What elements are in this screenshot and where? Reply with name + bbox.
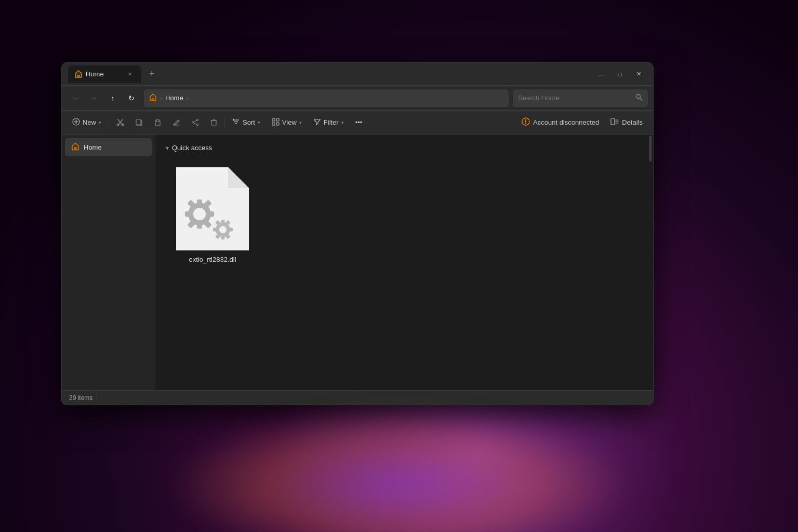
file-name: extio_rtl2832.dll	[189, 256, 236, 263]
filter-icon	[313, 118, 321, 127]
home-tab-icon	[74, 70, 83, 78]
home-sidebar-icon	[71, 142, 79, 152]
account-disconnected-button[interactable]: Account disconnected	[516, 114, 604, 131]
view-label: View	[282, 118, 297, 126]
file-grid: extio_rtl2832.dll	[164, 161, 640, 269]
refresh-icon: ↻	[128, 94, 135, 102]
sort-label: Sort	[243, 118, 255, 126]
new-button[interactable]: New ▾	[67, 114, 107, 131]
search-input[interactable]	[518, 94, 632, 102]
svg-rect-1	[77, 75, 80, 77]
sidebar-item-home[interactable]: Home	[65, 138, 152, 156]
svg-rect-60	[213, 228, 217, 232]
sidebar-home-label: Home	[84, 143, 102, 151]
address-bar[interactable]: › Home ›	[144, 89, 509, 107]
cut-button[interactable]	[111, 114, 129, 131]
view-button[interactable]: View ▾	[267, 114, 307, 131]
main-area: Home ▾ Quick access	[62, 135, 653, 390]
account-label: Account disconnected	[533, 118, 599, 126]
scrollbar-thumb[interactable]	[649, 136, 651, 162]
filter-button[interactable]: Filter ▾	[308, 114, 349, 131]
tab-label: Home	[86, 70, 104, 78]
status-bar: 29 items	[62, 390, 653, 405]
scrollbar-track[interactable]	[648, 135, 653, 390]
file-item-dll[interactable]: extio_rtl2832.dll	[166, 161, 259, 269]
svg-rect-41	[74, 147, 77, 150]
filter-label: Filter	[324, 118, 339, 126]
section-chevron-icon[interactable]: ▾	[166, 144, 169, 152]
maximize-button[interactable]: □	[611, 68, 628, 81]
details-button[interactable]: Details	[605, 114, 648, 131]
refresh-button[interactable]: ↻	[123, 90, 140, 107]
more-button[interactable]: •••	[350, 114, 368, 131]
delete-button[interactable]	[205, 114, 222, 131]
tab-close-button[interactable]: ×	[125, 70, 135, 79]
rename-button[interactable]	[167, 114, 185, 131]
svg-rect-2	[152, 98, 155, 100]
svg-point-18	[196, 124, 198, 126]
new-tab-button[interactable]: +	[145, 69, 159, 79]
file-explorer-window: Home × + — □ ✕ ← → ↑ ↻ › Home	[61, 62, 654, 405]
address-separator-2: ›	[187, 95, 189, 102]
address-separator-1: ›	[160, 95, 162, 102]
view-icon	[272, 118, 280, 127]
svg-rect-32	[272, 123, 275, 125]
svg-rect-31	[276, 118, 279, 121]
up-icon: ↑	[111, 94, 115, 102]
copy-button[interactable]	[130, 114, 148, 131]
status-separator	[97, 394, 97, 402]
svg-line-4	[640, 98, 643, 101]
forward-button[interactable]: →	[86, 90, 102, 107]
address-home-icon	[149, 94, 157, 103]
svg-point-19	[192, 122, 193, 123]
svg-line-21	[193, 123, 196, 124]
paste-button[interactable]	[149, 114, 166, 131]
command-bar: New ▾	[62, 111, 653, 135]
new-label: New	[83, 118, 96, 126]
new-icon	[72, 118, 80, 127]
details-label: Details	[622, 118, 643, 126]
address-path: Home	[165, 94, 183, 102]
sidebar: Home	[62, 135, 155, 390]
dll-file-icon	[176, 167, 249, 250]
svg-rect-30	[272, 118, 275, 121]
svg-rect-15	[156, 119, 159, 122]
more-label: •••	[355, 118, 363, 126]
view-chevron: ▾	[299, 120, 302, 125]
filter-chevron: ▾	[341, 120, 344, 125]
quick-access-title: Quick access	[172, 144, 212, 152]
details-icon	[610, 117, 619, 127]
svg-rect-57	[221, 220, 225, 224]
new-chevron: ▾	[99, 120, 101, 125]
share-button[interactable]	[186, 114, 204, 131]
svg-rect-47	[197, 200, 202, 206]
command-bar-right: Account disconnected Details	[516, 114, 648, 131]
search-box[interactable]	[513, 89, 648, 107]
sort-icon	[232, 118, 240, 127]
sort-button[interactable]: Sort ▾	[227, 114, 265, 131]
minimize-button[interactable]: —	[593, 68, 609, 81]
items-count: 29 items	[69, 394, 92, 402]
svg-rect-50	[185, 211, 191, 217]
svg-rect-49	[208, 211, 214, 217]
svg-rect-48	[197, 222, 202, 229]
quick-access-header: ▾ Quick access	[164, 141, 640, 155]
window-controls: — □ ✕	[593, 68, 647, 81]
svg-line-20	[193, 121, 196, 122]
svg-rect-13	[136, 119, 141, 125]
svg-rect-58	[221, 235, 225, 240]
navigation-toolbar: ← → ↑ ↻ › Home ›	[62, 86, 653, 111]
separator-2	[224, 117, 225, 128]
svg-marker-44	[228, 167, 249, 188]
title-bar: Home × + — □ ✕	[62, 63, 653, 86]
search-icon[interactable]	[635, 94, 643, 102]
close-button[interactable]: ✕	[630, 68, 647, 81]
up-button[interactable]: ↑	[104, 90, 121, 107]
tab-home[interactable]: Home ×	[68, 65, 141, 83]
svg-point-36	[525, 123, 526, 124]
back-button[interactable]: ←	[67, 90, 84, 107]
svg-point-56	[219, 226, 227, 233]
svg-rect-59	[229, 228, 233, 232]
svg-rect-22	[211, 121, 216, 125]
warning-icon	[522, 117, 530, 127]
